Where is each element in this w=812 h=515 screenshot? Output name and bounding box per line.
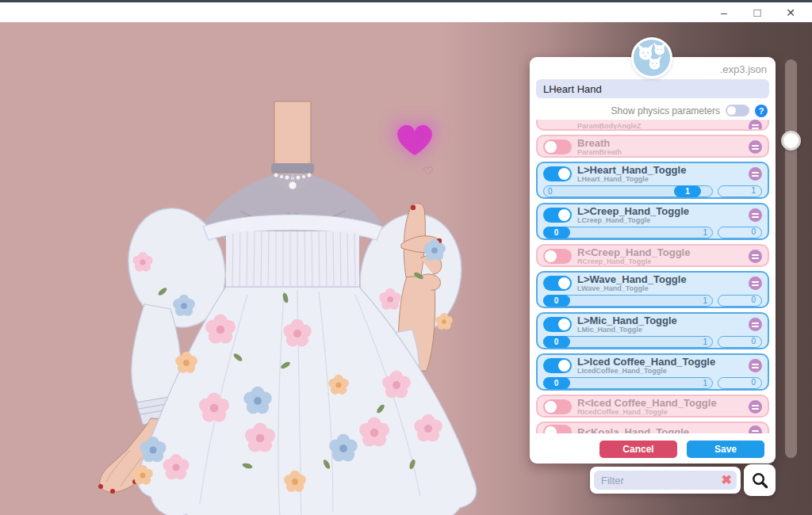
parameter-list: ParamBodyAngleZ Breath ParamBreath L>Hea…: [536, 120, 769, 433]
parameter-row: L>Wave_Hand_Toggle LWave_Hand_Toggle 0 1…: [536, 271, 769, 308]
toggle-switch[interactable]: [543, 208, 572, 223]
drag-handle-icon[interactable]: [749, 140, 762, 154]
maximize-button[interactable]: □: [745, 3, 769, 22]
toggle-switch[interactable]: [543, 358, 572, 373]
drag-handle-icon[interactable]: [749, 167, 762, 181]
model-scale-slider-track[interactable]: [785, 59, 797, 458]
value-box[interactable]: 0: [718, 377, 762, 389]
help-button[interactable]: ?: [755, 105, 768, 117]
filter-input[interactable]: [594, 471, 737, 490]
toggle-switch[interactable]: [543, 276, 572, 291]
parameter-row: ParamBodyAngleZ: [536, 120, 769, 131]
value-box[interactable]: 0: [718, 336, 762, 348]
value-box[interactable]: 0: [718, 227, 762, 238]
cancel-button[interactable]: Cancel: [599, 441, 677, 458]
slider-handle[interactable]: 1: [674, 185, 701, 197]
parameter-row: R<Koala_Hand_Toggle: [536, 422, 769, 433]
slider-track[interactable]: 0 1: [543, 227, 713, 238]
parameter-row: L>Iced Coffee_Hand_Toggle LIcedCoffee_Ha…: [536, 353, 769, 391]
drag-handle-icon[interactable]: [749, 277, 762, 290]
toggle-switch[interactable]: [543, 425, 572, 433]
filter-bar: ✖: [590, 467, 741, 494]
physics-toggle-label: Show physics parameters: [611, 105, 720, 116]
parameter-row: L>Creep_Hand_Toggle LCreep_Hand_Toggle 0…: [536, 203, 769, 240]
slider-handle[interactable]: 0: [543, 336, 570, 348]
parameter-row: R<Iced Coffee_Hand_Toggle RIcedCoffee_Ha…: [536, 395, 769, 418]
parameter-row: L>Heart_Hand_Toggle LHeart_Hand_Toggle 0…: [536, 162, 769, 199]
value-box[interactable]: 0: [718, 295, 762, 307]
save-button[interactable]: Save: [687, 441, 764, 458]
drag-handle-icon[interactable]: [749, 208, 762, 222]
expression-name-input[interactable]: [536, 79, 769, 98]
toggle-switch[interactable]: [543, 317, 572, 332]
toggle-switch[interactable]: [543, 139, 572, 154]
expression-editor-panel: .exp3.json Show physics parameters ? Par…: [530, 57, 776, 464]
physics-toggle[interactable]: [726, 105, 749, 116]
slider-track[interactable]: 0 1: [543, 295, 713, 307]
toggle-switch[interactable]: [543, 249, 572, 264]
search-icon: [751, 471, 769, 490]
slider-track[interactable]: 0 1: [543, 185, 713, 197]
slider-track[interactable]: 0 1: [543, 377, 713, 389]
slider-track[interactable]: 0 1: [543, 336, 713, 348]
parameter-row: R<Creep_Hand_Toggle RCreep_Hand_Toggle: [536, 244, 769, 267]
slider-handle[interactable]: 0: [543, 377, 570, 389]
toggle-switch[interactable]: [543, 399, 572, 414]
finger-heart-icon: [393, 120, 438, 174]
drag-handle-icon[interactable]: [749, 120, 762, 131]
toggle-switch[interactable]: [543, 166, 572, 181]
drag-handle-icon[interactable]: [749, 250, 762, 263]
clear-filter-icon[interactable]: ✖: [722, 472, 732, 488]
drag-handle-icon[interactable]: [749, 425, 762, 433]
drag-handle-icon[interactable]: [749, 359, 762, 372]
model-scale-slider-knob[interactable]: [781, 131, 801, 151]
slider-handle[interactable]: 0: [543, 227, 570, 238]
cat-avatar-icon: [631, 37, 672, 78]
minimize-button[interactable]: –: [712, 3, 736, 22]
search-button[interactable]: [744, 464, 776, 496]
window-titlebar: – □ ✕: [0, 0, 812, 22]
parameter-row: L>Mic_Hand_Toggle LMic_Hand_Toggle 0 1 0: [536, 312, 769, 349]
parameter-row: Breath ParamBreath: [536, 135, 769, 158]
drag-handle-icon[interactable]: [749, 318, 762, 331]
character-model[interactable]: [48, 92, 508, 515]
value-box[interactable]: 1: [718, 185, 762, 197]
close-button[interactable]: ✕: [779, 3, 802, 22]
slider-handle[interactable]: 0: [543, 295, 570, 307]
drag-handle-icon[interactable]: [749, 400, 762, 414]
